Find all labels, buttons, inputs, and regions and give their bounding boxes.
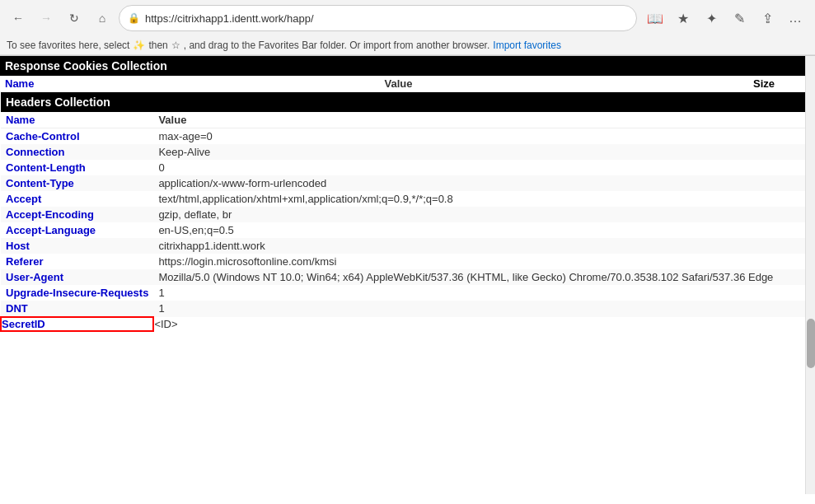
scrollbar[interactable] (805, 56, 815, 494)
header-value-cell: Mozilla/5.0 (Windows NT 10.0; Win64; x64… (153, 269, 805, 285)
headers-name-col-label: Name (1, 112, 153, 128)
main-content: Response Cookies Collection Name Value S… (0, 56, 805, 494)
share-button[interactable]: ⇪ (754, 5, 780, 31)
header-value-cell: Keep-Alive (153, 144, 805, 160)
header-name-cell: Accept (1, 191, 153, 207)
header-name-cell: User-Agent (1, 269, 153, 285)
browser-chrome: ← → ↻ ⌂ 🔒 📖 ★ ✦ ✎ ⇪ … To see favorites h… (0, 0, 815, 56)
lock-icon: 🔒 (128, 12, 140, 24)
headers-value-col-label: Value (153, 112, 805, 128)
headers-collection-header: Headers Collection (1, 92, 805, 112)
table-row: User-AgentMozilla/5.0 (Windows NT 10.0; … (1, 269, 805, 285)
reading-view-button[interactable]: 📖 (642, 5, 668, 31)
notes-button[interactable]: ✎ (726, 5, 752, 31)
browser-toolbar: ← → ↻ ⌂ 🔒 📖 ★ ✦ ✎ ⇪ … (0, 0, 815, 36)
toolbar-icons: 📖 ★ ✦ ✎ ⇪ … (642, 5, 808, 31)
header-name-cell: Content-Type (1, 175, 153, 191)
table-row: Content-Typeapplication/x-www-form-urlen… (1, 175, 805, 191)
address-bar[interactable]: 🔒 (119, 5, 637, 31)
table-row: Cache-Controlmax-age=0 (1, 128, 805, 145)
favorites-bar: To see favorites here, select ✨ then ☆ ,… (0, 36, 815, 55)
header-name-cell: SecretID (1, 317, 153, 331)
header-name-cell: Upgrade-Insecure-Requests (1, 285, 153, 301)
response-cookies-name-col: Name (0, 76, 74, 92)
headers-table: Headers Collection Name Value Cache-Cont… (0, 92, 805, 332)
header-name-cell: Host (1, 238, 153, 254)
header-name-cell: Connection (1, 144, 153, 160)
header-value-cell: application/x-www-form-urlencoded (153, 175, 805, 191)
table-row: Hostcitrixhapp1.identt.work (1, 238, 805, 254)
header-name-cell: Referer (1, 254, 153, 269)
header-value-cell: 1 (153, 301, 805, 317)
response-cookies-table: Response Cookies Collection Name Value S… (0, 56, 805, 92)
forward-button[interactable]: → (35, 7, 58, 30)
import-favorites-link[interactable]: Import favorites (493, 40, 561, 51)
header-value-cell: en-US,en;q=0.5 (153, 222, 805, 238)
header-name-cell: Accept-Language (1, 222, 153, 238)
more-button[interactable]: … (782, 5, 808, 31)
scrollbar-thumb[interactable] (807, 319, 815, 368)
header-name-cell: Accept-Encoding (1, 207, 153, 222)
header-name-cell: DNT (1, 301, 153, 317)
response-cookies-header: Response Cookies Collection (0, 56, 805, 76)
table-row: DNT1 (1, 301, 805, 317)
star-outline-icon: ☆ (171, 40, 180, 51)
page-content: Response Cookies Collection Name Value S… (0, 56, 815, 494)
header-value-cell: https://login.microsoftonline.com/kmsi (153, 254, 805, 269)
header-value-cell: text/html,application/xhtml+xml,applicat… (153, 191, 805, 207)
response-cookies-size-col: Size (723, 76, 805, 92)
table-row: SecretID<ID> (1, 317, 805, 331)
favorites-drag-text: , and drag to the Favorites Bar folder. … (184, 40, 490, 51)
star-icon: ✨ (133, 40, 145, 51)
url-input[interactable] (145, 12, 628, 25)
headers-col-headers: Name Value (1, 112, 805, 128)
table-row: Refererhttps://login.microsoftonline.com… (1, 254, 805, 269)
header-name-cell: Cache-Control (1, 128, 153, 145)
favorites-button[interactable]: ★ (670, 5, 696, 31)
header-value-cell: 1 (153, 285, 805, 301)
back-button[interactable]: ← (7, 7, 30, 30)
header-value-cell: <ID> (153, 317, 805, 331)
header-name-cell: Content-Length (1, 160, 153, 175)
header-value-cell: citrixhapp1.identt.work (153, 238, 805, 254)
response-cookies-value-col: Value (74, 76, 723, 92)
collections-button[interactable]: ✦ (698, 5, 724, 31)
table-row: Accepttext/html,application/xhtml+xml,ap… (1, 191, 805, 207)
response-cookies-columns: Name Value Size (0, 76, 805, 92)
header-value-cell: gzip, deflate, br (153, 207, 805, 222)
table-row: Accept-Encodinggzip, deflate, br (1, 207, 805, 222)
table-row: ConnectionKeep-Alive (1, 144, 805, 160)
favorites-then: then (148, 40, 167, 51)
content-wrapper: Response Cookies Collection Name Value S… (0, 56, 805, 332)
refresh-button[interactable]: ↻ (63, 7, 86, 30)
table-row: Upgrade-Insecure-Requests1 (1, 285, 805, 301)
home-button[interactable]: ⌂ (91, 7, 114, 30)
header-value-cell: 0 (153, 160, 805, 175)
header-value-cell: max-age=0 (153, 128, 805, 145)
favorites-text: To see favorites here, select (7, 40, 129, 51)
table-row: Content-Length0 (1, 160, 805, 175)
table-row: Accept-Languageen-US,en;q=0.5 (1, 222, 805, 238)
